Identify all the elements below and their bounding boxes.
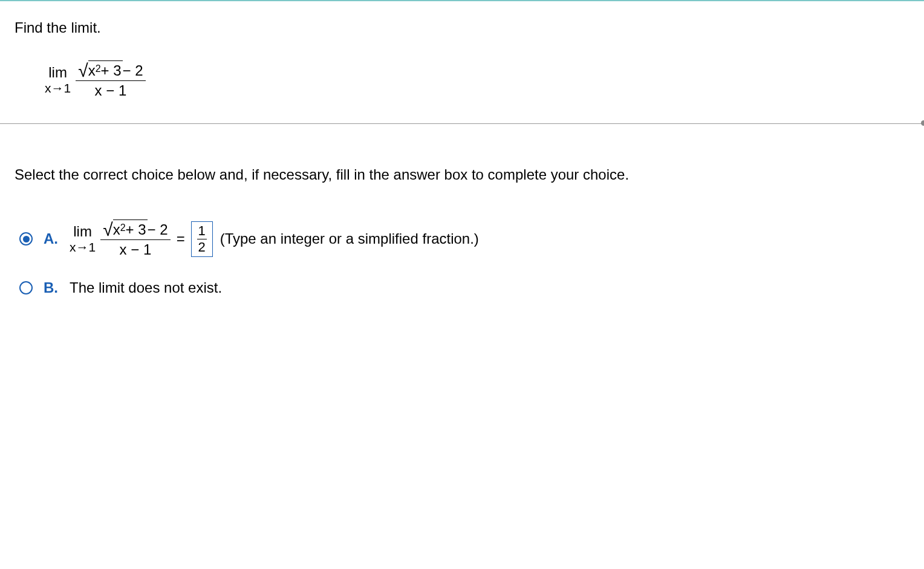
sqrt-base: x — [88, 62, 96, 79]
choice-a-num-tail: − 2 — [148, 221, 168, 238]
divider-handle[interactable] — [921, 120, 924, 126]
choice-b-label: B. — [44, 279, 59, 296]
radio-choice-b[interactable] — [19, 281, 33, 294]
choice-a-sqrt: √ x2 + 3 — [103, 219, 147, 238]
fraction-numerator: √ x2 + 3 − 2 — [76, 60, 145, 80]
choice-a-numerator: √ x2 + 3 − 2 — [100, 219, 170, 239]
choice-a-limit: lim x→1 √ x2 + 3 − 2 — [70, 219, 171, 258]
choice-b-text: The limit does not exist. — [70, 279, 222, 296]
choice-a-content: lim x→1 √ x2 + 3 − 2 — [70, 219, 479, 258]
choice-a-row: A. lim x→1 √ x2 + 3 — [19, 219, 909, 258]
sqrt-content: x2 + 3 — [88, 60, 123, 79]
choice-b-row: B. The limit does not exist. — [19, 279, 909, 296]
lim-text: lim — [48, 65, 67, 80]
sqrt-sign: √ — [78, 62, 88, 80]
divider-container — [0, 123, 924, 124]
answer-hint: (Type an integer or a simplified fractio… — [220, 230, 479, 247]
question-prompt: Find the limit. — [15, 19, 909, 36]
limit-fraction: √ x2 + 3 − 2 x − 1 — [76, 60, 145, 99]
answer-numerator: 1 — [198, 224, 206, 239]
sqrt-exponent: 2 — [96, 63, 101, 74]
numerator-tail: − 2 — [123, 62, 143, 79]
sqrt-expression: √ x2 + 3 — [78, 60, 122, 79]
choice-a-denominator: x − 1 — [117, 240, 154, 258]
choice-a-sqrt-sign: √ — [103, 221, 112, 239]
limit-expression: lim x→1 √ x2 + 3 − 2 x − 1 — [45, 60, 146, 99]
sqrt-tail: + 3 — [101, 62, 122, 79]
answer-denominator: 2 — [198, 239, 206, 254]
choice-a-fraction: √ x2 + 3 − 2 x − 1 — [100, 219, 170, 258]
choice-a-label: A. — [44, 230, 59, 247]
instruction-text: Select the correct choice below and, if … — [15, 166, 909, 183]
answer-fraction: 1 2 — [197, 224, 207, 254]
choice-a-sqrt-tail: + 3 — [126, 221, 146, 238]
equals-sign: = — [177, 230, 185, 247]
choice-a-sqrt-content: x2 + 3 — [113, 219, 148, 238]
choice-a-lim-operator: lim x→1 — [70, 224, 96, 253]
question-area: Find the limit. lim x→1 √ x2 + 3 − 2 x −… — [0, 1, 924, 123]
choices-group: A. lim x→1 √ x2 + 3 — [19, 219, 909, 296]
radio-choice-a[interactable] — [19, 232, 33, 245]
answer-input-box[interactable]: 1 2 — [191, 221, 213, 257]
choice-a-sqrt-exp: 2 — [120, 223, 126, 233]
choice-a-lim-approach: x→1 — [70, 240, 96, 254]
limit-operator: lim x→1 — [45, 65, 71, 94]
choice-a-lim-text: lim — [73, 224, 92, 239]
lim-approach: x→1 — [45, 81, 71, 95]
fraction-denominator: x − 1 — [93, 81, 129, 99]
answer-area: Select the correct choice below and, if … — [0, 124, 924, 336]
section-divider — [0, 123, 924, 124]
choice-a-sqrt-base: x — [113, 221, 120, 238]
